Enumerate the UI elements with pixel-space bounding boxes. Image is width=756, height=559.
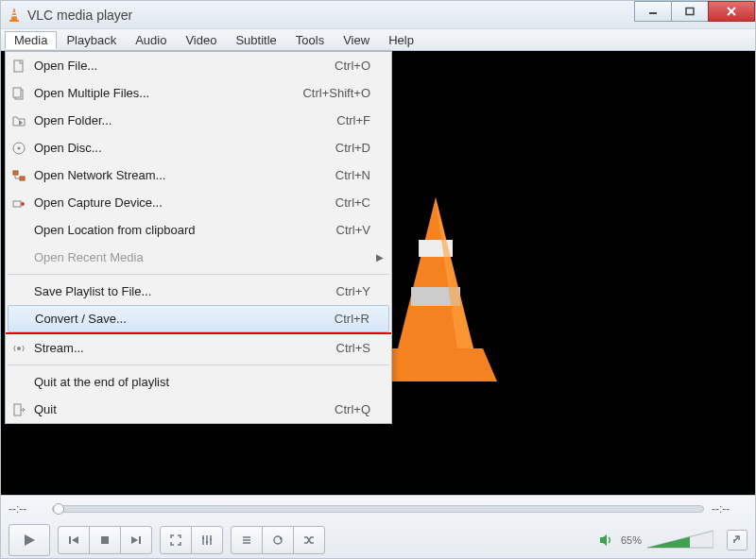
menu-item-label: Quit — [34, 402, 335, 416]
menu-video[interactable]: Video — [176, 31, 226, 49]
menu-tools[interactable]: Tools — [286, 31, 334, 49]
seek-thumb[interactable] — [53, 503, 64, 515]
extended-settings-button[interactable] — [191, 526, 223, 554]
volume-percent: 65% — [621, 534, 642, 546]
menu-media[interactable]: Media — [5, 31, 57, 49]
menu-item-shortcut: Ctrl+D — [335, 141, 384, 155]
menu-quit-end-playlist[interactable]: Quit at the end of playlist — [6, 368, 391, 396]
svg-rect-15 — [13, 88, 21, 97]
menu-item-label: Open File... — [34, 59, 335, 73]
svg-rect-13 — [14, 60, 23, 72]
svg-point-18 — [18, 146, 21, 149]
next-button[interactable] — [120, 526, 152, 554]
menu-open-multiple-files[interactable]: Open Multiple Files... Ctrl+Shift+O — [6, 79, 391, 107]
menu-item-label: Open Location from clipboard — [34, 223, 336, 237]
playlist-group — [231, 526, 325, 554]
svg-rect-38 — [206, 541, 208, 543]
menu-item-label: Stream... — [34, 341, 336, 355]
menu-item-label: Quit at the end of playlist — [34, 375, 384, 389]
play-button[interactable] — [9, 524, 50, 556]
stream-icon — [11, 341, 26, 356]
loop-button[interactable] — [262, 526, 294, 554]
quit-icon — [11, 402, 26, 417]
svg-rect-5 — [686, 8, 694, 15]
menu-open-folder[interactable]: Open Folder... Ctrl+F — [6, 107, 391, 134]
menu-open-clipboard[interactable]: Open Location from clipboard Ctrl+V — [6, 216, 391, 244]
maximize-button[interactable] — [671, 1, 709, 22]
progress-row: --:-- --:-- — [9, 500, 747, 518]
menu-help[interactable]: Help — [379, 31, 423, 49]
svg-rect-2 — [13, 12, 16, 13]
menu-separator — [8, 274, 389, 275]
menu-open-network-stream[interactable]: Open Network Stream... Ctrl+N — [6, 161, 391, 189]
minimize-button[interactable] — [634, 1, 672, 22]
menu-item-shortcut: Ctrl+V — [336, 223, 384, 237]
titlebar: VLC media player — [0, 0, 756, 28]
menu-save-playlist[interactable]: Save Playlist to File... Ctrl+Y — [6, 278, 391, 305]
menu-item-label: Convert / Save... — [35, 312, 335, 326]
time-elapsed: --:-- — [9, 502, 44, 516]
menu-audio[interactable]: Audio — [126, 31, 176, 49]
menu-item-label: Open Multiple Files... — [34, 86, 302, 100]
menu-convert-save[interactable]: Convert / Save... Ctrl+R — [8, 305, 389, 332]
video-area: Open File... Ctrl+O Open Multiple Files.… — [0, 51, 756, 495]
close-button[interactable] — [708, 1, 755, 22]
svg-rect-1 — [9, 20, 19, 22]
disc-icon — [11, 141, 26, 156]
menu-item-shortcut: Ctrl+C — [335, 195, 384, 210]
media-dropdown: Open File... Ctrl+O Open Multiple Files.… — [5, 51, 392, 424]
vlc-cone-icon — [7, 8, 22, 23]
svg-rect-37 — [202, 537, 204, 539]
menu-item-shortcut: Ctrl+R — [335, 312, 383, 326]
menu-item-label: Open Folder... — [34, 113, 336, 127]
menu-separator — [8, 364, 389, 365]
seek-slider[interactable] — [52, 505, 704, 513]
menu-open-recent-media[interactable]: Open Recent Media ▶ — [6, 244, 391, 271]
capture-icon — [11, 195, 26, 211]
menu-view[interactable]: View — [334, 31, 379, 49]
shuffle-button[interactable] — [293, 526, 325, 554]
fullscreen-button[interactable] — [160, 526, 192, 554]
menu-item-shortcut: Ctrl+Shift+O — [302, 86, 384, 100]
svg-marker-0 — [11, 8, 17, 20]
menubar: Media Playback Audio Video Subtitle Tool… — [0, 28, 756, 51]
button-row: 65% — [9, 524, 747, 556]
window-controls — [635, 1, 755, 22]
svg-marker-44 — [600, 534, 607, 546]
menu-subtitle[interactable]: Subtitle — [226, 31, 285, 49]
stop-button[interactable] — [89, 526, 121, 554]
playback-group — [58, 526, 152, 554]
files-icon — [11, 86, 26, 101]
menu-quit[interactable]: Quit Ctrl+Q — [6, 396, 391, 423]
expand-button[interactable] — [727, 530, 747, 551]
menu-open-capture-device[interactable]: Open Capture Device... Ctrl+C — [6, 189, 391, 216]
speaker-icon[interactable] — [598, 532, 615, 549]
svg-marker-16 — [19, 120, 23, 126]
playlist-button[interactable] — [231, 526, 263, 554]
menu-item-shortcut: Ctrl+F — [336, 113, 384, 127]
svg-point-24 — [21, 202, 25, 206]
svg-rect-39 — [210, 538, 212, 540]
menu-item-label: Open Disc... — [34, 141, 335, 155]
menu-item-label: Open Network Stream... — [34, 168, 335, 182]
menu-item-shortcut: Ctrl+Q — [335, 402, 384, 416]
svg-marker-28 — [25, 534, 35, 546]
volume-slider[interactable] — [647, 529, 713, 551]
menu-playback[interactable]: Playback — [57, 31, 126, 49]
svg-rect-20 — [20, 177, 25, 180]
menu-item-shortcut: Ctrl+S — [336, 341, 384, 355]
menu-item-shortcut: Ctrl+N — [335, 168, 384, 182]
menu-item-label: Save Playlist to File... — [34, 284, 336, 298]
menu-item-shortcut: Ctrl+O — [335, 59, 384, 73]
volume-control: 65% — [598, 529, 713, 551]
view-group — [160, 526, 223, 554]
previous-button[interactable] — [58, 526, 90, 554]
window-title: VLC media player — [27, 8, 132, 23]
svg-rect-33 — [139, 536, 141, 544]
svg-rect-23 — [13, 201, 21, 207]
network-icon — [11, 168, 26, 183]
menu-open-disc[interactable]: Open Disc... Ctrl+D — [6, 134, 391, 161]
menu-stream[interactable]: Stream... Ctrl+S — [6, 334, 391, 362]
menu-open-file[interactable]: Open File... Ctrl+O — [6, 52, 391, 79]
svg-marker-30 — [72, 536, 78, 544]
